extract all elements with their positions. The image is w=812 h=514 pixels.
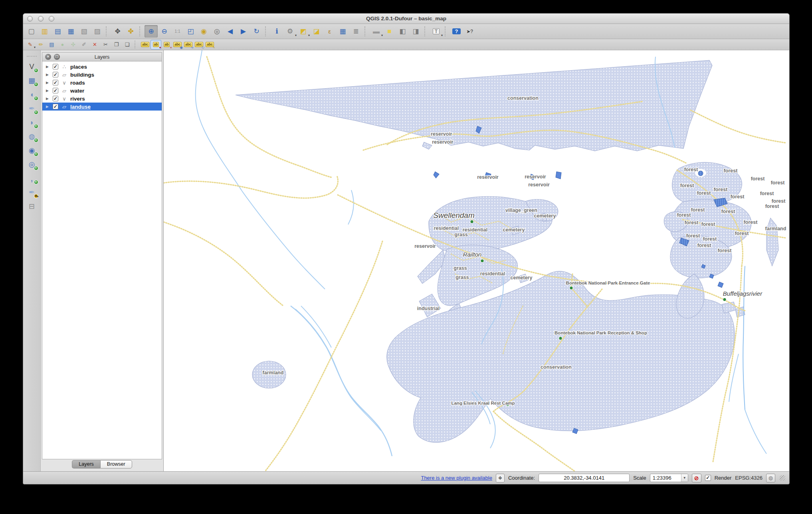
- zoom-to-selection-button[interactable]: ◉: [197, 25, 210, 38]
- float-panel-icon[interactable]: ❐: [54, 54, 60, 60]
- layer-visibility-checkbox[interactable]: ✓: [53, 104, 58, 109]
- add-vector-layer-button[interactable]: V+: [25, 60, 39, 73]
- save-project-button[interactable]: ▤: [51, 25, 64, 38]
- map-canvas[interactable]: conservationreservoirreservoirreservoirr…: [164, 50, 789, 471]
- new-project-button[interactable]: ▢: [25, 25, 38, 38]
- plugin-available-link[interactable]: There is a new plugin available: [421, 475, 492, 481]
- layer-visibility-checkbox[interactable]: ✓: [53, 72, 58, 77]
- layer-item-rivers[interactable]: ▶✓∨rivers: [42, 95, 162, 103]
- cut-features-button[interactable]: ✂: [100, 40, 111, 49]
- node-tool-button[interactable]: ✐: [79, 40, 89, 49]
- whats-this-button[interactable]: ➤?: [463, 25, 476, 38]
- new-spatialite-layer-button[interactable]: ✒✱▾: [25, 186, 39, 199]
- toolbar-handle[interactable]: [27, 56, 37, 57]
- layer-visibility-checkbox[interactable]: ✓: [53, 64, 58, 69]
- expand-icon[interactable]: ▶: [46, 97, 50, 101]
- dropdown-arrow-icon[interactable]: ▾: [37, 195, 38, 198]
- select-features-button[interactable]: ◩▾: [297, 25, 310, 38]
- show-hide-labels-button[interactable]: abc◉: [172, 40, 183, 49]
- add-postgis-layer-button[interactable]: ◖+: [25, 88, 39, 101]
- zoom-next-button[interactable]: ▶: [237, 25, 250, 38]
- text-annotation-button[interactable]: T▾: [430, 25, 443, 38]
- add-wcs-layer-button[interactable]: ◉+: [25, 144, 39, 157]
- map-tips-button[interactable]: ■: [383, 25, 396, 38]
- zoom-out-button[interactable]: ⊖: [158, 25, 171, 38]
- rotate-label-button[interactable]: abc↻: [194, 40, 204, 49]
- paste-features-button[interactable]: ❏: [122, 40, 133, 49]
- toggle-editing-button[interactable]: ✏: [36, 40, 46, 49]
- coordinate-input[interactable]: [539, 474, 630, 482]
- open-project-button[interactable]: ▥: [38, 25, 51, 38]
- new-bookmark-button[interactable]: ◧: [396, 25, 409, 38]
- title-bar[interactable]: QGIS 2.0.1-Dufour – basic_map: [23, 14, 789, 24]
- current-edits-button[interactable]: ✎▾: [25, 40, 36, 49]
- layer-item-roads[interactable]: ▶✓∨roads: [42, 79, 162, 87]
- dropdown-arrow-icon[interactable]: ▾: [441, 34, 443, 37]
- add-feature-button[interactable]: ●: [57, 40, 68, 49]
- layer-visibility-checkbox[interactable]: ✓: [53, 80, 58, 85]
- copy-features-button[interactable]: ❐: [111, 40, 122, 49]
- plugin-icon[interactable]: ❖: [496, 474, 505, 482]
- scale-combo[interactable]: 1:23396 ▼: [650, 474, 688, 482]
- deselect-features-button[interactable]: ◪: [310, 25, 323, 38]
- field-calculator-button[interactable]: ≣: [349, 25, 362, 38]
- resize-grip[interactable]: [780, 475, 785, 481]
- tab-layers[interactable]: Layers: [72, 460, 100, 469]
- expand-icon[interactable]: ▶: [46, 65, 50, 69]
- zoom-window-button[interactable]: [49, 16, 54, 22]
- select-by-expression-button[interactable]: ε: [323, 25, 336, 38]
- pan-map-button[interactable]: ✥: [111, 25, 124, 38]
- close-panel-icon[interactable]: ✕: [45, 54, 51, 60]
- show-bookmarks-button[interactable]: ◨: [409, 25, 422, 38]
- window-controls: [27, 16, 54, 22]
- zoom-in-button[interactable]: ⊕: [145, 25, 158, 38]
- expand-icon[interactable]: ▶: [46, 81, 50, 85]
- chevron-down-icon[interactable]: ▼: [681, 474, 688, 482]
- layer-item-water[interactable]: ▶✓▱water: [42, 87, 162, 95]
- move-label-arrow-button[interactable]: abc➜: [183, 40, 194, 49]
- add-wfs-layer-button[interactable]: ◎+: [25, 158, 39, 171]
- render-checkbox[interactable]: ✓: [705, 475, 711, 481]
- refresh-map-button[interactable]: ↻: [250, 25, 263, 38]
- labeling-options-button[interactable]: abc: [140, 40, 151, 49]
- add-delimited-text-layer-button[interactable]: ,+: [25, 172, 39, 185]
- layer-item-buildings[interactable]: ▶✓▱buildings: [42, 71, 162, 79]
- move-feature-button[interactable]: ✣: [68, 40, 79, 49]
- help-contents-button[interactable]: ?: [450, 25, 463, 38]
- minimize-window-button[interactable]: [38, 16, 44, 22]
- add-wms-layer-button[interactable]: ◍+: [25, 130, 39, 143]
- expand-icon[interactable]: ▶: [46, 105, 50, 109]
- remove-layer-button[interactable]: ⊟: [25, 200, 39, 213]
- stop-rendering-button[interactable]: ⊘: [692, 474, 701, 482]
- zoom-last-button[interactable]: ◀: [224, 25, 237, 38]
- move-label-button[interactable]: ab●: [161, 40, 172, 49]
- crs-status-button[interactable]: ◍: [766, 474, 775, 482]
- add-mssql-layer-button[interactable]: ◗+: [25, 116, 39, 129]
- layer-visibility-checkbox[interactable]: ✓: [53, 88, 58, 93]
- identify-features-button[interactable]: ℹ: [270, 25, 283, 38]
- measure-line-button[interactable]: ▬▾: [370, 25, 383, 38]
- layer-item-landuse[interactable]: ▶✓▱landuse: [42, 103, 162, 111]
- expand-icon[interactable]: ▶: [46, 73, 50, 77]
- run-feature-action-button[interactable]: ⚙▾: [283, 25, 297, 38]
- zoom-to-layer-button[interactable]: ◎: [210, 25, 224, 38]
- new-print-composer-button[interactable]: ▧: [77, 25, 91, 38]
- save-layer-edits-button[interactable]: ▤: [46, 40, 57, 49]
- delete-selected-button[interactable]: ✕: [89, 40, 100, 49]
- change-label-properties-button[interactable]: abc✎: [204, 40, 215, 49]
- add-spatialite-layer-button[interactable]: ✒+: [25, 102, 39, 115]
- save-project-as-button[interactable]: ▦: [64, 25, 77, 38]
- pan-to-selection-button[interactable]: ✤: [124, 25, 137, 38]
- tab-browser[interactable]: Browser: [100, 460, 132, 469]
- composer-manager-button[interactable]: ▨: [91, 25, 104, 38]
- expand-icon[interactable]: ▶: [46, 89, 50, 93]
- set-label-button[interactable]: ab●: [151, 40, 161, 49]
- zoom-to-layer-icon: ◎: [214, 28, 220, 35]
- layer-visibility-checkbox[interactable]: ✓: [53, 96, 58, 101]
- close-window-button[interactable]: [27, 16, 33, 22]
- open-attribute-table-button[interactable]: ▦: [336, 25, 349, 38]
- zoom-native-resolution-button[interactable]: 1:1: [171, 25, 184, 38]
- add-raster-layer-button[interactable]: ▦+: [25, 74, 39, 87]
- layer-item-places[interactable]: ▶✓∴places: [42, 63, 162, 71]
- zoom-full-extent-button[interactable]: ◰: [184, 25, 197, 38]
